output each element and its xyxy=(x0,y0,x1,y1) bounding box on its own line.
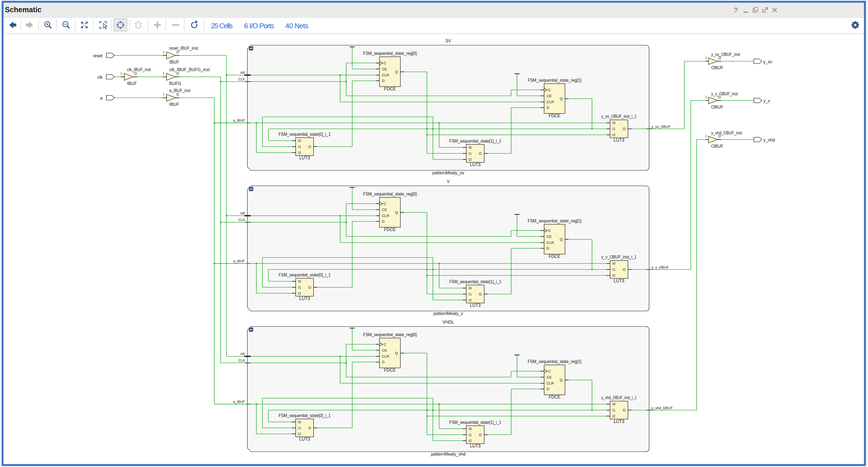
svg-text:y_vhd_OBUF_inst: y_vhd_OBUF_inst xyxy=(711,130,742,136)
svg-text:CE: CE xyxy=(382,348,387,352)
svg-text:O: O xyxy=(308,426,311,430)
svg-text:y_v_OBUF_inst_i_1: y_v_OBUF_inst_i_1 xyxy=(601,255,637,260)
svg-text:y_v_OBUF_inst: y_v_OBUF_inst xyxy=(711,91,738,96)
svg-text:?: ? xyxy=(734,6,738,14)
svg-text:CE: CE xyxy=(547,375,552,379)
svg-text:C: C xyxy=(383,202,386,206)
svg-text:FSM_sequential_state[1]_i_1: FSM_sequential_state[1]_i_1 xyxy=(449,280,501,284)
svg-text:I: I xyxy=(163,92,164,96)
svg-text:CLR: CLR xyxy=(382,73,389,77)
svg-text:patternMealy_v: patternMealy_v xyxy=(433,311,463,316)
svg-text:FSM_sequential_state_reg[0]: FSM_sequential_state_reg[0] xyxy=(363,192,417,197)
svg-text:CLR: CLR xyxy=(547,381,554,385)
svg-text:I1: I1 xyxy=(469,433,472,437)
svg-text:LUT3: LUT3 xyxy=(470,444,480,448)
svg-text:LUT3: LUT3 xyxy=(299,155,310,160)
svg-text:6 I/O Ports: 6 I/O Ports xyxy=(244,22,274,30)
svg-text:C: C xyxy=(548,369,551,373)
svg-text:FSM_sequential_state[0]_i_1: FSM_sequential_state[0]_i_1 xyxy=(279,272,331,278)
svg-text:O: O xyxy=(479,433,482,437)
svg-text:LUT3: LUT3 xyxy=(470,163,480,167)
svg-text:I: I xyxy=(706,134,707,138)
svg-text:D: D xyxy=(382,79,384,83)
svg-text:FSM_sequential_state[0]_i_1: FSM_sequential_state[0]_i_1 xyxy=(279,132,331,137)
svg-text:O: O xyxy=(479,292,482,296)
svg-text:I: I xyxy=(121,71,122,76)
svg-text:O: O xyxy=(622,267,625,271)
svg-text:LUT3: LUT3 xyxy=(614,419,624,424)
svg-text:V: V xyxy=(447,179,450,184)
svg-text:FDCE: FDCE xyxy=(549,114,561,118)
svg-text:I2: I2 xyxy=(613,273,616,278)
svg-text:LUT3: LUT3 xyxy=(299,296,310,301)
svg-text:FSM_sequential_state[0]_i_1: FSM_sequential_state[0]_i_1 xyxy=(279,413,331,418)
svg-text:O: O xyxy=(308,145,311,149)
svg-text:a_IBUF_inst: a_IBUF_inst xyxy=(169,88,190,93)
svg-text:Q: Q xyxy=(560,237,563,241)
svg-text:FDCE: FDCE xyxy=(549,395,561,399)
svg-text:FSM_sequential_state_reg[0]: FSM_sequential_state_reg[0] xyxy=(363,51,417,56)
svg-text:CE: CE xyxy=(547,235,552,239)
svg-text:FSM_sequential_state_reg[1]: FSM_sequential_state_reg[1] xyxy=(528,78,582,83)
svg-text:y_sv_OBUF: y_sv_OBUF xyxy=(652,125,671,129)
svg-text:IBUF: IBUF xyxy=(127,81,137,86)
svg-text:AR: AR xyxy=(240,211,245,215)
svg-text:I2: I2 xyxy=(613,414,616,418)
svg-text:OBUF: OBUF xyxy=(711,144,723,148)
svg-text:O: O xyxy=(134,71,137,76)
svg-text:C: C xyxy=(548,229,551,233)
svg-text:I0: I0 xyxy=(613,121,616,125)
svg-text:I2: I2 xyxy=(469,439,472,443)
svg-text:I: I xyxy=(706,56,707,60)
svg-text:Schematic: Schematic xyxy=(5,6,41,14)
svg-text:I2: I2 xyxy=(298,291,301,295)
svg-text:OBUF: OBUF xyxy=(711,105,723,110)
svg-text:SV: SV xyxy=(445,38,452,43)
svg-text:I2: I2 xyxy=(613,133,616,137)
svg-text:I0: I0 xyxy=(298,420,301,424)
svg-text:patternMealy_vhd: patternMealy_vhd xyxy=(431,452,465,457)
svg-text:y_v: y_v xyxy=(763,98,770,104)
svg-text:D: D xyxy=(547,246,549,250)
svg-text:I2: I2 xyxy=(298,432,301,436)
svg-text:CLK: CLK xyxy=(239,218,245,222)
svg-text:D: D xyxy=(382,360,384,364)
svg-text:clk: clk xyxy=(97,75,103,80)
svg-text:CLK: CLK xyxy=(239,77,245,81)
svg-text:25 Cells: 25 Cells xyxy=(211,22,233,30)
svg-text:D: D xyxy=(547,106,549,110)
svg-text:C: C xyxy=(548,88,551,92)
svg-text:I: I xyxy=(706,95,707,99)
svg-text:CE: CE xyxy=(547,94,552,98)
svg-text:D: D xyxy=(547,387,549,391)
svg-text:a: a xyxy=(100,96,102,100)
svg-text:clk_IBUF_BUFG_inst: clk_IBUF_BUFG_inst xyxy=(169,67,210,72)
svg-text:I0: I0 xyxy=(613,402,616,406)
svg-text:CE: CE xyxy=(382,208,387,212)
svg-text:FSM_sequential_state[1]_i_1: FSM_sequential_state[1]_i_1 xyxy=(449,139,501,144)
svg-text:AR: AR xyxy=(240,352,245,356)
svg-text:I2: I2 xyxy=(298,151,301,155)
svg-text:clk_IBUF_inst: clk_IBUF_inst xyxy=(127,67,151,72)
svg-text:Q: Q xyxy=(560,378,563,382)
svg-text:I1: I1 xyxy=(298,285,301,289)
svg-text:Q: Q xyxy=(395,351,398,355)
svg-text:LUT3: LUT3 xyxy=(299,437,310,441)
svg-text:Q: Q xyxy=(395,210,398,214)
svg-text:I: I xyxy=(163,50,164,54)
svg-text:O: O xyxy=(622,127,625,131)
svg-text:FDCE: FDCE xyxy=(384,87,396,91)
svg-text:FSM_sequential_state[1]_i_1: FSM_sequential_state[1]_i_1 xyxy=(449,420,501,425)
svg-text:FDCE: FDCE xyxy=(384,368,396,373)
svg-text:y_v_OBUF: y_v_OBUF xyxy=(652,265,669,269)
svg-text:Q: Q xyxy=(395,70,398,74)
svg-text:O: O xyxy=(176,92,179,96)
svg-text:CLR: CLR xyxy=(547,240,554,245)
svg-text:a_IBUF: a_IBUF xyxy=(233,259,245,263)
svg-text:O: O xyxy=(176,50,179,54)
svg-text:y_vhd_OBUF: y_vhd_OBUF xyxy=(652,406,673,410)
svg-text:FSM_sequential_state_reg[0]: FSM_sequential_state_reg[0] xyxy=(363,332,417,337)
svg-text:I2: I2 xyxy=(469,298,472,302)
svg-text:I1: I1 xyxy=(613,127,616,131)
svg-text:CLR: CLR xyxy=(382,354,389,358)
